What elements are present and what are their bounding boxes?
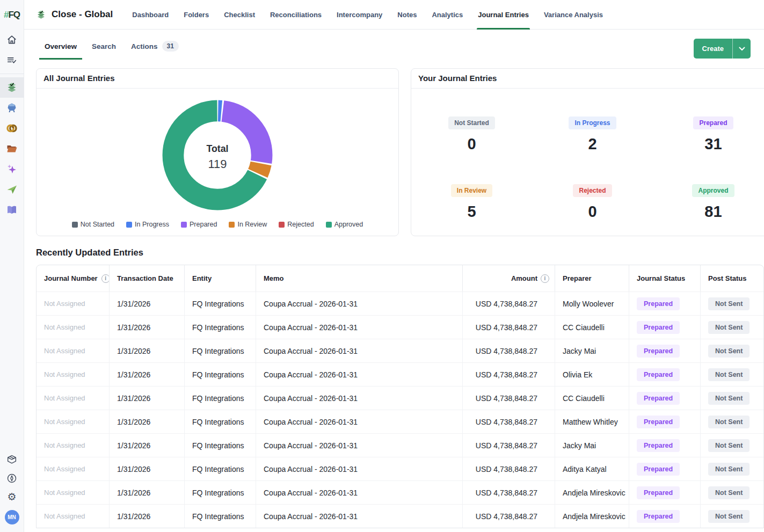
sidebar-item-home[interactable]	[0, 30, 24, 50]
cell-entity: FQ Integrations	[184, 481, 256, 504]
cell-journal-number: Not Assigned	[37, 387, 109, 410]
cell-preparer: CC Ciaudelli	[555, 387, 629, 410]
cell-transaction-date: 1/31/2026	[109, 316, 184, 339]
cell-entity: FQ Integrations	[184, 292, 256, 315]
sidebar-item-rings-app[interactable]	[0, 118, 24, 139]
cell-entity: FQ Integrations	[184, 505, 256, 528]
sidebar-item-book-app[interactable]	[0, 200, 24, 220]
legend-item: Not Started	[72, 221, 114, 228]
sidebar-item-folder-app[interactable]	[0, 139, 24, 159]
nav-journal-entries[interactable]: Journal Entries	[470, 0, 536, 30]
actions-count-badge: 31	[162, 41, 179, 52]
cell-amount: USD 4,738,848.27	[462, 434, 555, 457]
cell-journal-number: Not Assigned	[37, 363, 109, 386]
table-row[interactable]: Not Assigned 1/31/2026 FQ Integrations C…	[37, 315, 763, 339]
sidebar-item-plane-app[interactable]	[0, 179, 24, 200]
table-row[interactable]: Not Assigned 1/31/2026 FQ Integrations C…	[37, 339, 763, 362]
col-entity: Entity	[184, 265, 256, 291]
sidebar-item-compass[interactable]	[6, 472, 18, 484]
col-amount: Amounti	[462, 265, 555, 291]
nav-variance-analysis[interactable]: Variance Analysis	[536, 0, 610, 30]
cell-entity: FQ Integrations	[184, 410, 256, 433]
sidebar-item-package[interactable]	[6, 453, 18, 465]
post-status-badge: Not Sent	[708, 297, 750, 310]
tab-overview[interactable]: Overview	[39, 38, 82, 60]
tab-search[interactable]: Search	[86, 38, 121, 60]
table-row[interactable]: Not Assigned 1/31/2026 FQ Integrations C…	[37, 362, 763, 386]
nav-notes[interactable]: Notes	[390, 0, 424, 30]
col-transaction-date: Transaction Date	[109, 265, 184, 291]
cell-memo: Coupa Accrual - 2026-01-31	[256, 457, 462, 480]
cell-journal-status: Prepared	[629, 339, 700, 362]
cell-transaction-date: 1/31/2026	[109, 434, 184, 457]
cell-post-status: Not Sent	[700, 292, 763, 315]
journal-status-donut-chart: Total 119 Not StartedIn ProgressPrepared…	[37, 89, 398, 228]
plane-app-icon	[5, 183, 18, 196]
table-row[interactable]: Not Assigned 1/31/2026 FQ Integrations C…	[37, 410, 763, 433]
cell-memo: Coupa Accrual - 2026-01-31	[256, 387, 462, 410]
cell-amount: USD 4,738,848.27	[462, 292, 555, 315]
post-status-badge: Not Sent	[708, 463, 750, 476]
cell-journal-status: Prepared	[629, 363, 700, 386]
sidebar-item-close-app[interactable]	[0, 77, 24, 98]
cell-post-status: Not Sent	[700, 457, 763, 480]
cell-preparer: Aditya Katyal	[555, 457, 629, 480]
nav-folders[interactable]: Folders	[176, 0, 216, 30]
cell-memo: Coupa Accrual - 2026-01-31	[256, 481, 462, 504]
cell-entity: FQ Integrations	[184, 457, 256, 480]
top-navigation-bar: Close - Global Dashboard Folders Checkli…	[24, 0, 764, 30]
table-row[interactable]: Not Assigned 1/31/2026 FQ Integrations C…	[37, 433, 763, 457]
nav-intercompany[interactable]: Intercompany	[329, 0, 390, 30]
create-button[interactable]: Create	[694, 39, 732, 59]
col-journal-number: Journal Numberi	[37, 265, 109, 291]
cell-amount: USD 4,738,848.27	[462, 316, 555, 339]
cell-preparer: CC Ciaudelli	[555, 316, 629, 339]
table-row[interactable]: Not Assigned 1/31/2026 FQ Integrations C…	[37, 386, 763, 410]
all-journal-entries-title: All Journal Entries	[43, 74, 115, 83]
cell-transaction-date: 1/31/2026	[109, 457, 184, 480]
sidebar-item-settings[interactable]: ⚙	[7, 492, 16, 502]
cell-journal-status: Prepared	[629, 292, 700, 315]
sidebar-item-sparkle-app[interactable]	[0, 159, 24, 179]
table-row[interactable]: Not Assigned 1/31/2026 FQ Integrations C…	[37, 291, 763, 315]
sidebar-item-badge-app[interactable]	[0, 98, 24, 118]
cell-memo: Coupa Accrual - 2026-01-31	[256, 339, 462, 362]
nav-checklist[interactable]: Checklist	[216, 0, 263, 30]
cell-memo: Coupa Accrual - 2026-01-31	[256, 505, 462, 528]
journal-status-badge: Prepared	[637, 321, 680, 334]
cell-entity: FQ Integrations	[184, 363, 256, 386]
nav-analytics[interactable]: Analytics	[424, 0, 470, 30]
info-icon[interactable]: i	[101, 274, 109, 283]
cell-memo: Coupa Accrual - 2026-01-31	[256, 363, 462, 386]
fq-logo[interactable]: #FQ	[4, 0, 20, 30]
journal-status-badge: Prepared	[637, 463, 680, 476]
sidebar-item-tasklist[interactable]	[0, 50, 24, 70]
table-row[interactable]: Not Assigned 1/31/2026 FQ Integrations C…	[37, 504, 763, 528]
legend-item: Rejected	[279, 221, 314, 228]
cell-journal-number: Not Assigned	[37, 339, 109, 362]
rings-app-icon	[5, 122, 18, 135]
stat-in-review: In Review 5	[451, 184, 492, 221]
nav-dashboard[interactable]: Dashboard	[125, 0, 176, 30]
legend-swatch	[72, 222, 78, 228]
cell-amount: USD 4,738,848.27	[462, 505, 555, 528]
recently-updated-entries-table: Journal Numberi Transaction Date Entity …	[36, 265, 764, 528]
table-row[interactable]: Not Assigned 1/31/2026 FQ Integrations C…	[37, 480, 763, 504]
cell-preparer: Jacky Mai	[555, 434, 629, 457]
cell-post-status: Not Sent	[700, 481, 763, 504]
cell-amount: USD 4,738,848.27	[462, 481, 555, 504]
left-sidebar: #FQ	[0, 0, 24, 532]
chart-legend: Not StartedIn ProgressPreparedIn ReviewR…	[72, 221, 363, 228]
cell-memo: Coupa Accrual - 2026-01-31	[256, 410, 462, 433]
cell-entity: FQ Integrations	[184, 339, 256, 362]
table-row[interactable]: Not Assigned 1/31/2026 FQ Integrations C…	[37, 457, 763, 480]
col-post-status: Post Status	[700, 265, 763, 291]
cell-journal-status: Prepared	[629, 434, 700, 457]
journal-status-badge: Prepared	[637, 297, 680, 310]
tab-actions[interactable]: Actions 31	[126, 38, 184, 60]
status-badge: Prepared	[693, 116, 733, 129]
create-dropdown-button[interactable]	[732, 39, 751, 59]
nav-reconciliations[interactable]: Reconciliations	[263, 0, 329, 30]
user-avatar[interactable]: MN	[5, 510, 19, 524]
info-icon[interactable]: i	[541, 274, 549, 283]
